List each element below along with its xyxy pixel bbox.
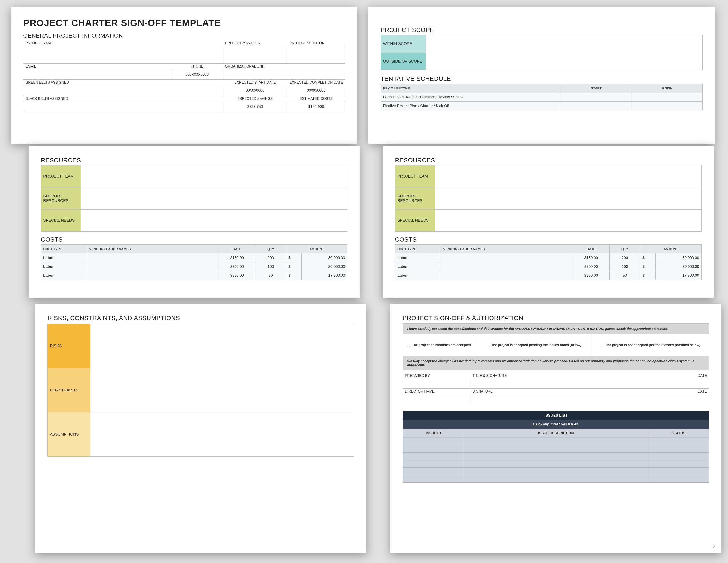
costs-col-type: COST TYPE xyxy=(395,244,441,253)
res-special-field[interactable] xyxy=(81,209,347,231)
lbl-exp-complete: EXPECTED COMPLETION DATE xyxy=(287,80,345,85)
res-project-team-label: PROJECT TEAM xyxy=(41,165,81,187)
signoff-opt1[interactable]: __ The project deliverables are accepted… xyxy=(403,334,476,356)
exp-start-field[interactable]: 00/00/0000 xyxy=(223,85,287,96)
signoff-opt2[interactable]: __ The project is accepted pending the i… xyxy=(476,334,593,356)
res-special-field[interactable] xyxy=(435,209,701,231)
issues-col-desc: ISSUE DESCRIPTION xyxy=(464,429,648,438)
prepared-by-field[interactable] xyxy=(403,379,470,389)
issues-row[interactable] xyxy=(648,453,709,460)
issues-row[interactable] xyxy=(648,475,709,483)
cost-vendor[interactable] xyxy=(87,262,219,271)
director-field[interactable] xyxy=(403,394,470,404)
project-sponsor-field[interactable] xyxy=(287,46,345,64)
general-heading: GENERAL PROJECT INFORMATION xyxy=(23,32,345,39)
cost-vendor[interactable] xyxy=(441,271,573,280)
lbl-date2: DATE xyxy=(660,389,709,394)
cost-amount: 17,500.00 xyxy=(301,271,347,280)
issues-row[interactable] xyxy=(464,475,648,483)
res-support-field[interactable] xyxy=(435,187,701,209)
page-signoff: PROJECT SIGN-OFF & AUTHORIZATION I have … xyxy=(390,304,721,553)
date-field-2[interactable] xyxy=(660,394,709,404)
cost-rate: $150.00 xyxy=(219,253,255,262)
costs-col-rate: RATE xyxy=(573,244,610,253)
schedule-start-field[interactable] xyxy=(561,93,632,102)
exp-savings-val: $237,750 xyxy=(223,101,287,112)
issues-row[interactable] xyxy=(464,453,648,460)
lbl-title-sig: TITLE & SIGNATURE xyxy=(470,373,660,379)
lbl-green-belts: GREEN BELTS ASSIGNED xyxy=(23,80,223,85)
cost-rate: $350.00 xyxy=(573,271,610,280)
cost-vendor[interactable] xyxy=(87,271,219,280)
schedule-col-finish: FINISH xyxy=(632,84,703,93)
lbl-date: DATE xyxy=(660,373,709,379)
schedule-finish-field[interactable] xyxy=(632,93,703,102)
issues-row[interactable] xyxy=(403,445,464,453)
issues-row[interactable] xyxy=(648,460,709,468)
res-support-field[interactable] xyxy=(81,187,347,209)
costs-table: COST TYPE VENDOR / LABOR NAMES RATE QTY … xyxy=(41,244,347,280)
scope-heading: PROJECT SCOPE xyxy=(381,26,703,34)
cost-currency: $ xyxy=(640,253,655,262)
schedule-finish-field[interactable] xyxy=(632,102,703,110)
black-belts-field[interactable] xyxy=(23,101,223,112)
org-unit-field[interactable] xyxy=(223,69,345,80)
issues-row[interactable] xyxy=(464,438,648,445)
issues-row[interactable] xyxy=(648,445,709,453)
risks-field[interactable] xyxy=(90,324,354,368)
scope-table: WITHIN SCOPE OUTSIDE OF SCOPE xyxy=(381,35,703,70)
lbl-black-belts: BLACK BELTS ASSIGNED xyxy=(23,96,223,101)
issues-row[interactable] xyxy=(464,445,648,453)
risks-heading: RISKS, CONSTRAINTS, AND ASSUMPTIONS xyxy=(47,315,354,322)
project-name-field[interactable] xyxy=(23,46,223,64)
res-special-label: SPECIAL NEEDS xyxy=(395,209,435,231)
issues-row[interactable] xyxy=(648,438,709,445)
scope-within-field[interactable] xyxy=(426,35,703,53)
issues-row[interactable] xyxy=(464,460,648,468)
costs-col-qty: QTY xyxy=(610,244,640,253)
issues-row[interactable] xyxy=(403,475,464,483)
cost-type: Labor xyxy=(395,262,441,271)
risks-label: RISKS xyxy=(48,324,90,368)
phone-field[interactable]: 000-000-0000 xyxy=(171,69,223,80)
scope-outside-field[interactable] xyxy=(426,53,703,70)
issues-row[interactable] xyxy=(403,438,464,445)
issues-row[interactable] xyxy=(464,468,648,475)
exp-complete-field[interactable]: 00/00/0000 xyxy=(287,85,345,96)
cost-vendor[interactable] xyxy=(441,253,573,262)
green-belts-field[interactable] xyxy=(23,85,223,96)
schedule-heading: TENTATIVE SCHEDULE xyxy=(381,75,703,82)
est-costs-val: $184,900 xyxy=(287,101,345,112)
res-project-team-field[interactable] xyxy=(81,165,347,187)
general-table: PROJECT NAME PROJECT MANAGER PROJECT SPO… xyxy=(23,40,345,112)
signature-field[interactable] xyxy=(470,394,660,404)
res-project-team-field[interactable] xyxy=(435,165,701,187)
title-sig-field[interactable] xyxy=(470,379,660,389)
cost-qty: 200 xyxy=(610,253,640,262)
cost-amount: 30,000.00 xyxy=(301,253,347,262)
project-manager-field[interactable] xyxy=(223,46,287,64)
cost-type: Labor xyxy=(41,271,87,280)
lbl-exp-start: EXPECTED START DATE xyxy=(223,80,287,85)
cost-rate: $200.00 xyxy=(573,262,610,271)
assumptions-field[interactable] xyxy=(90,413,354,457)
issues-row[interactable] xyxy=(403,468,464,475)
schedule-start-field[interactable] xyxy=(561,102,632,110)
signoff-opt3[interactable]: __ The project is not accepted (for the … xyxy=(593,334,709,356)
cost-vendor[interactable] xyxy=(87,253,219,262)
cost-amount: 20,000.00 xyxy=(301,262,347,271)
email-field[interactable] xyxy=(23,69,171,80)
issues-row[interactable] xyxy=(403,453,464,460)
cost-vendor[interactable] xyxy=(441,262,573,271)
issues-row[interactable] xyxy=(648,468,709,475)
cost-qty: 50 xyxy=(610,271,640,280)
constraints-field[interactable] xyxy=(90,368,354,413)
scope-outside-label: OUTSIDE OF SCOPE xyxy=(381,53,426,70)
page-scope: PROJECT SCOPE WITHIN SCOPE OUTSIDE OF SC… xyxy=(368,7,715,143)
cost-qty: 50 xyxy=(255,271,286,280)
issues-row[interactable] xyxy=(403,460,464,468)
signoff-accept: We fully accept the changes / as-needed … xyxy=(403,356,709,370)
date-field-1[interactable] xyxy=(660,379,709,389)
costs-col-rate: RATE xyxy=(219,244,255,253)
cost-currency: $ xyxy=(286,253,301,262)
